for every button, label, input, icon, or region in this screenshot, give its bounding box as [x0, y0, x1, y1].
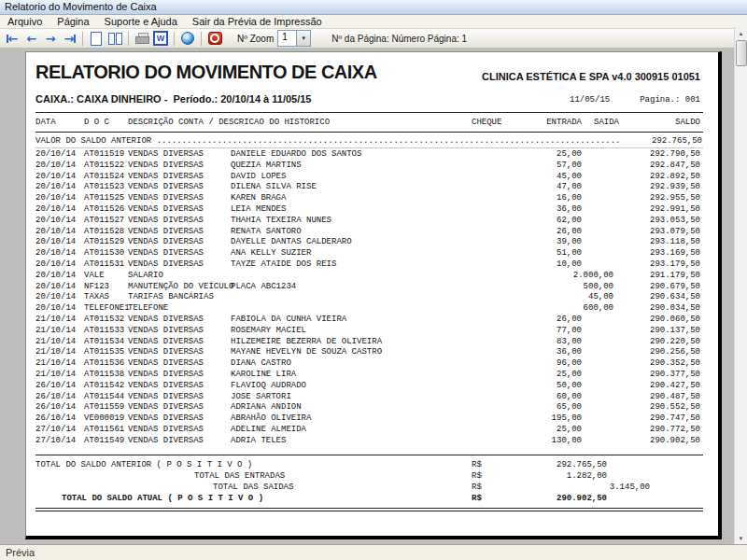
cell-entrada: 36,00	[484, 204, 582, 216]
menu-item-arquivo[interactable]: Arquivo	[0, 15, 49, 28]
table-row: 26/10/14AT011559VENDAS DIVERSASADRIANA A…	[26, 402, 718, 413]
cell-doc: TELEFONE1	[84, 303, 130, 315]
export-pdf-button[interactable]	[206, 31, 223, 47]
cell-hist: FLAVIOQ AUDRADO	[231, 381, 306, 392]
cell-doc: AT011523	[84, 182, 124, 193]
cell-doc: AT011525	[84, 193, 124, 204]
cell-doc: AT011531	[84, 259, 124, 271]
cell-hist: ROSEMARY MACIEL	[231, 326, 306, 337]
report-company: CLINICA ESTÉTICA E SPA v4.0 300915 01051	[344, 71, 700, 82]
table-row: 21/10/14AT011535VENDAS DIVERSASMAYANE HE…	[26, 347, 718, 358]
cell-date: 20/10/14	[35, 172, 76, 183]
cell-doc: AT011549	[84, 436, 124, 447]
toolbar: ←←→→ Nº Zoom 1 ▼ Nº da Página: Número Pá…	[0, 29, 735, 49]
cell-doc: AT011527	[84, 216, 124, 227]
table-row: 20/10/14NF123MANUTENÇÃO DO VEÍCULOPLACA …	[26, 282, 718, 293]
toolbar-separator	[201, 32, 202, 46]
cell-saida: 45,00	[512, 292, 613, 303]
cell-date: 20/10/14	[35, 161, 76, 172]
cell-date: 21/10/14	[35, 326, 76, 337]
cell-doc: AT011519	[84, 149, 124, 161]
window-title: Relatorio do Movimento de Caixa	[5, 1, 157, 12]
cell-saida: 600,00	[512, 303, 613, 315]
opening-balance-label: VALOR DO SALDO ANTERIOR	[35, 136, 157, 146]
cell-entrada: 10,00	[484, 259, 582, 271]
menu-item-p-gina[interactable]: Página	[49, 15, 96, 28]
first-page-button[interactable]: ←	[5, 31, 21, 47]
scroll-up-icon[interactable]: ▲	[735, 27, 747, 39]
export-web-icon	[181, 32, 194, 45]
total-row: TOTAL DAS SAIDASR$3.145,00	[26, 482, 718, 493]
prev-page-button[interactable]: ←	[23, 31, 40, 47]
opening-balance-value: 292.765,50	[652, 136, 702, 146]
menu-item-sair-da-pr-via-de-impress-o[interactable]: Sair da Prévia de Impressão	[185, 15, 330, 28]
cell-entrada: 62,00	[484, 216, 582, 227]
total-label: TOTAL DAS ENTRADAS	[194, 470, 285, 482]
cell-entrada: 26,00	[484, 315, 582, 326]
cell-doc: AT011526	[84, 204, 124, 216]
cell-saldo: 293.053,50	[607, 216, 700, 227]
cell-conta: VENDAS DIVERSAS	[128, 172, 204, 183]
print-button[interactable]	[134, 31, 150, 47]
cell-hist: QUEZIA MARTINS	[231, 161, 302, 172]
table-row: 20/10/14AT011529VENDAS DIVERSASDAYELLE D…	[26, 237, 718, 248]
facing-pages-view-button[interactable]	[106, 31, 123, 47]
cell-saida: 500,00	[512, 282, 613, 293]
cell-saldo: 290.377,50	[607, 370, 700, 381]
cell-doc: AT011559	[84, 402, 124, 413]
cell-conta: VENDAS DIVERSAS	[128, 381, 204, 392]
cell-saldo: 290.060,50	[607, 315, 700, 326]
cell-conta: VENDAS DIVERSAS	[128, 149, 204, 161]
cell-saldo: 290.747,50	[607, 413, 700, 425]
table-row: 21/10/14AT011534VENDAS DIVERSASHILZEMEIR…	[26, 337, 718, 348]
chevron-down-icon[interactable]: ▼	[296, 31, 310, 46]
print-icon	[135, 33, 149, 44]
cell-entrada: 65,00	[484, 402, 582, 413]
zoom-select[interactable]: 1 ▼	[277, 30, 311, 47]
table-row: 27/10/14AT011561VENDAS DIVERSASADELINE A…	[26, 425, 718, 436]
export-web-button[interactable]	[179, 31, 196, 47]
cell-date: 21/10/14	[35, 358, 76, 370]
table-row: 20/10/14AT011522VENDAS DIVERSASQUEZIA MA…	[26, 161, 718, 172]
cell-date: 20/10/14	[35, 271, 76, 282]
zoom-value: 1	[278, 31, 296, 46]
vertical-scrollbar[interactable]: ▲ ▼	[734, 27, 747, 544]
single-page-view-button[interactable]	[88, 31, 105, 47]
cell-hist: ANA KELLY SUZIER	[231, 248, 311, 259]
export-word-button[interactable]	[152, 31, 169, 47]
cell-date: 27/10/14	[35, 436, 76, 447]
scrollbar-thumb[interactable]	[736, 40, 747, 66]
scroll-down-icon[interactable]: ▼	[735, 532, 747, 544]
cell-doc: AT011533	[84, 326, 124, 337]
table-row: 21/10/14AT011533VENDAS DIVERSASROSEMARY …	[26, 326, 718, 337]
cell-doc: AT011561	[84, 425, 124, 436]
cell-saldo: 290.552,50	[607, 402, 700, 413]
cell-date: 20/10/14	[35, 182, 76, 193]
cell-date: 20/10/14	[35, 292, 76, 303]
col-data: DATA	[35, 118, 56, 127]
next-page-button[interactable]: →	[42, 31, 59, 47]
cell-conta: VENDAS DIVERSAS	[128, 413, 204, 425]
menu-item-suporte-e-ajuda[interactable]: Suporte e Ajuda	[97, 15, 185, 28]
cell-entrada: 195,00	[484, 413, 582, 425]
cell-entrada: 51,00	[484, 248, 582, 259]
cell-entrada: 83,00	[484, 337, 582, 348]
table-header: DATA D O C DESCRIÇÃO CONTA / DESCRICAO D…	[26, 118, 718, 129]
cell-conta: TARIFAS BANCÁRIAS	[128, 292, 214, 303]
cell-saldo: 291.179,50	[607, 271, 700, 282]
total-value: 3.145,00	[493, 482, 650, 493]
cell-conta: VENDAS DIVERSAS	[128, 161, 204, 172]
total-value: 1.282,00	[493, 470, 607, 482]
cell-doc: TAXAS	[84, 292, 109, 303]
menubar: ArquivoPáginaSuporte e AjudaSair da Prév…	[0, 15, 747, 29]
cell-conta: VENDAS DIVERSAS	[128, 370, 204, 381]
cell-saida: 2.000,00	[512, 271, 613, 282]
cell-date: 20/10/14	[35, 259, 76, 271]
last-page-button[interactable]: →	[61, 31, 78, 47]
export-pdf-icon	[208, 32, 222, 45]
cell-date: 21/10/14	[35, 370, 76, 381]
cell-date: 21/10/14	[35, 347, 76, 358]
col-saldo: SALDO	[607, 118, 700, 127]
cell-hist: FABIOLA DA CUNHA VIEIRA	[231, 315, 346, 326]
cell-saldo: 290.137,50	[607, 326, 700, 337]
